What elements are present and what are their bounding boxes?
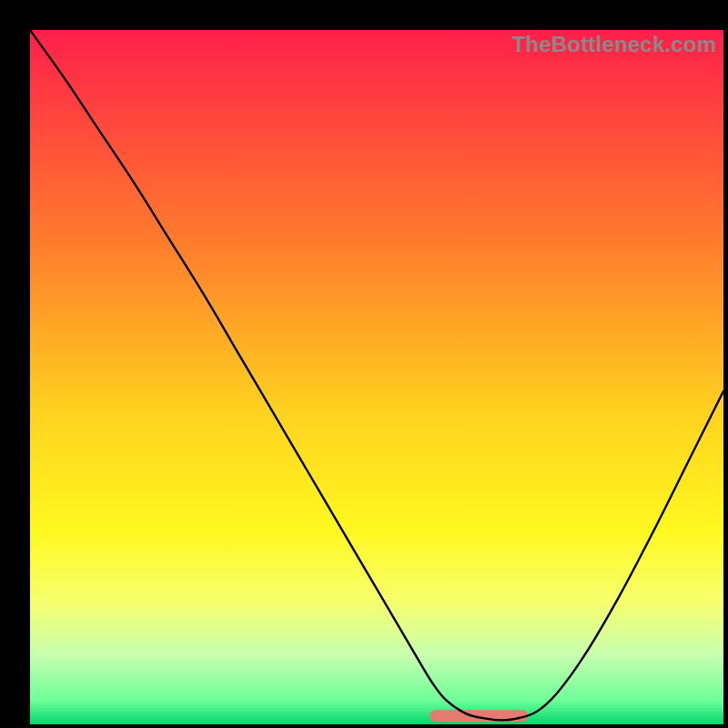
- plot-area: TheBottleneck.com: [30, 30, 723, 724]
- chart-svg: [30, 30, 723, 724]
- gradient-background: [30, 30, 723, 724]
- chart-frame: TheBottleneck.com: [0, 0, 728, 728]
